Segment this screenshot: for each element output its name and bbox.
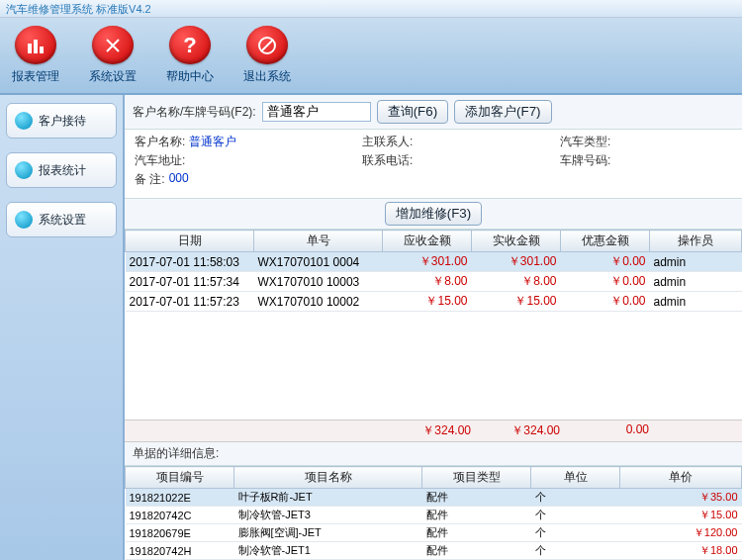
- col-disc[interactable]: 优惠金额: [561, 231, 650, 252]
- total-due: ￥324.00: [382, 422, 471, 439]
- cell-paid: ￥8.00: [472, 272, 561, 292]
- bar-chart-icon: [15, 26, 56, 64]
- toolbar-help-button[interactable]: ? 帮助中心: [166, 26, 214, 85]
- sidebar-item-stats[interactable]: 报表统计: [6, 152, 117, 188]
- cell-date: 2017-07-01 11:57:23: [126, 292, 254, 312]
- search-input[interactable]: [262, 102, 371, 122]
- sidebar-item-label: 报表统计: [39, 162, 86, 179]
- grid-spacer: [125, 312, 742, 420]
- query-button[interactable]: 查询(F6): [377, 100, 448, 124]
- col-billno[interactable]: 单号: [254, 231, 383, 252]
- detail-grid[interactable]: 项目编号 项目名称 项目类型 单位 单价 191821022E叶子板R前-JET…: [125, 466, 742, 560]
- cell-due: ￥15.00: [383, 292, 472, 312]
- cell-billno: WX1707010 10002: [254, 292, 383, 312]
- table-row[interactable]: 2017-07-01 11:57:23WX1707010 10002￥15.00…: [126, 292, 742, 312]
- cell-due: ￥301.00: [383, 252, 472, 272]
- customer-info-panel: 客户名称:普通客户 主联系人: 汽车类型: 汽车地址: 联系电话: 车牌号码: …: [125, 130, 742, 199]
- cell-code: 191820679E: [126, 524, 234, 542]
- cell-type: 配件: [422, 507, 531, 524]
- main-toolbar: 报表管理 系统设置 ? 帮助中心 退出系统: [0, 18, 742, 95]
- cell-name: 制冷软管-JET3: [234, 507, 422, 524]
- col-paid[interactable]: 实收金额: [472, 231, 561, 252]
- table-row[interactable]: 191820742C制冷软管-JET3配件个￥15.00: [126, 507, 742, 524]
- table-row[interactable]: 191820742H制冷软管-JET1配件个￥18.00: [126, 542, 742, 560]
- toolbar-report-button[interactable]: 报表管理: [12, 26, 59, 85]
- sidebar-item-label: 客户接待: [39, 113, 86, 130]
- cell-paid: ￥301.00: [472, 252, 561, 272]
- cell-price: ￥18.00: [620, 542, 742, 560]
- bill-grid[interactable]: 日期 单号 应收金额 实收金额 优惠金额 操作员 2017-07-01 11:5…: [125, 230, 742, 312]
- cell-price: ￥35.00: [620, 489, 742, 507]
- window-titlebar: 汽车维修管理系统 标准版V4.2: [0, 0, 742, 18]
- svg-line-4: [261, 40, 273, 51]
- info-label: 汽车类型:: [560, 134, 610, 150]
- cell-op: admin: [650, 272, 742, 292]
- col-unit[interactable]: 单位: [531, 467, 620, 489]
- info-label: 汽车地址:: [135, 152, 185, 169]
- add-repair-bar: 增加维修(F3): [125, 199, 742, 230]
- tools-icon: [92, 26, 134, 64]
- sidebar-item-settings[interactable]: 系统设置: [6, 202, 117, 237]
- cell-paid: ￥15.00: [472, 292, 561, 312]
- cell-disc: ￥0.00: [561, 292, 650, 312]
- totals-row: ￥324.00 ￥324.00 0.00: [125, 420, 742, 442]
- info-value: 000: [169, 171, 189, 188]
- add-customer-button[interactable]: 添加客户(F7): [454, 100, 551, 124]
- cell-unit: 个: [531, 542, 620, 560]
- cell-type: 配件: [422, 489, 531, 507]
- svg-rect-0: [28, 44, 32, 53]
- cell-code: 191820742H: [126, 542, 234, 560]
- cell-type: 配件: [422, 524, 531, 542]
- cell-date: 2017-07-01 11:57:34: [126, 272, 254, 292]
- cell-name: 叶子板R前-JET: [234, 489, 422, 507]
- cell-due: ￥8.00: [383, 272, 472, 292]
- info-label: 联系电话:: [362, 152, 413, 169]
- sidebar-item-label: 系统设置: [39, 212, 86, 229]
- cell-name: 膨胀阀[空调]-JET: [234, 524, 422, 542]
- col-date[interactable]: 日期: [126, 231, 254, 252]
- table-row[interactable]: 2017-07-01 11:57:34WX1707010 10003￥8.00￥…: [126, 272, 742, 292]
- cell-price: ￥120.00: [620, 524, 742, 542]
- col-code[interactable]: 项目编号: [126, 467, 234, 489]
- question-icon: ?: [169, 26, 211, 64]
- detail-title: 单据的详细信息:: [125, 442, 742, 466]
- add-repair-button[interactable]: 增加维修(F3): [385, 202, 482, 226]
- info-label: 主联系人:: [362, 134, 413, 150]
- col-price[interactable]: 单价: [620, 467, 742, 489]
- cell-unit: 个: [531, 507, 620, 524]
- cell-unit: 个: [531, 489, 620, 507]
- no-entry-icon: [246, 26, 288, 64]
- cell-billno: WX17070101 0004: [254, 252, 383, 272]
- table-row[interactable]: 2017-07-01 11:58:03WX17070101 0004￥301.0…: [126, 252, 742, 272]
- info-label: 客户名称:: [135, 134, 185, 150]
- sidebar-item-reception[interactable]: 客户接待: [6, 103, 117, 139]
- cell-date: 2017-07-01 11:58:03: [126, 252, 254, 272]
- content-panel: 客户名称/车牌号码(F2): 查询(F6) 添加客户(F7) 客户名称:普通客户…: [123, 95, 742, 560]
- svg-rect-2: [40, 47, 44, 53]
- dot-icon: [15, 161, 33, 179]
- cell-unit: 个: [531, 524, 620, 542]
- col-op[interactable]: 操作员: [650, 231, 742, 252]
- cell-name: 制冷软管-JET1: [234, 542, 422, 560]
- dot-icon: [15, 112, 33, 130]
- col-name[interactable]: 项目名称: [234, 467, 422, 489]
- col-due[interactable]: 应收金额: [383, 231, 472, 252]
- cell-disc: ￥0.00: [561, 252, 650, 272]
- info-label: 车牌号码:: [560, 152, 610, 169]
- total-paid: ￥324.00: [471, 422, 560, 439]
- sidebar: 客户接待 报表统计 系统设置: [0, 95, 123, 560]
- table-row[interactable]: 191821022E叶子板R前-JET配件个￥35.00: [126, 489, 742, 507]
- toolbar-sysset-button[interactable]: 系统设置: [89, 26, 137, 85]
- toolbar-exit-button[interactable]: 退出系统: [243, 26, 291, 85]
- cell-op: admin: [650, 292, 742, 312]
- table-row[interactable]: 191820679E膨胀阀[空调]-JET配件个￥120.00: [126, 524, 742, 542]
- svg-rect-1: [34, 40, 38, 53]
- cell-code: 191821022E: [126, 489, 234, 507]
- search-bar: 客户名称/车牌号码(F2): 查询(F6) 添加客户(F7): [125, 95, 742, 130]
- search-label: 客户名称/车牌号码(F2):: [133, 104, 256, 121]
- info-value: 普通客户: [189, 134, 236, 150]
- cell-disc: ￥0.00: [561, 272, 650, 292]
- cell-billno: WX1707010 10003: [254, 272, 383, 292]
- col-type[interactable]: 项目类型: [422, 467, 531, 489]
- info-label: 备 注:: [135, 171, 165, 188]
